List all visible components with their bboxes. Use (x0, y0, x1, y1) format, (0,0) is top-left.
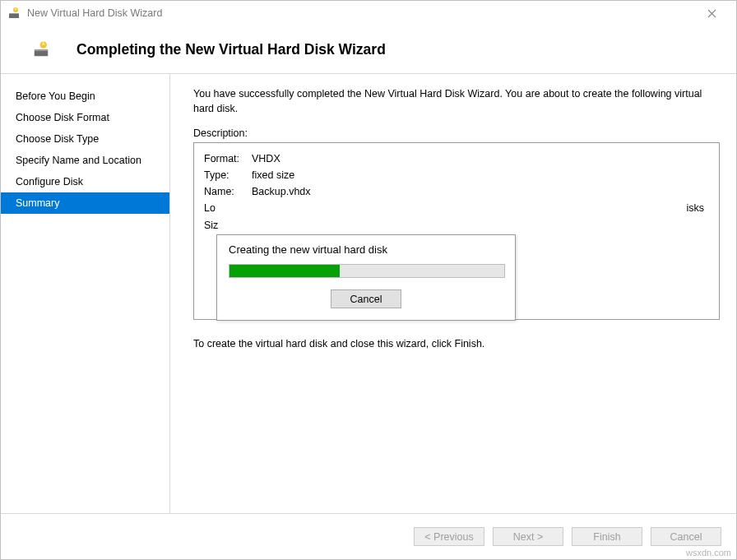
sidebar-step-summary[interactable]: Summary (1, 192, 169, 214)
steps-sidebar: Before You Begin Choose Disk Format Choo… (1, 74, 170, 513)
progress-bar (229, 264, 505, 278)
wizard-window: New Virtual Hard Disk Wizard Completing … (0, 0, 737, 560)
progress-dialog-title: Creating the new virtual hard disk (229, 243, 503, 256)
format-label: Format: (204, 151, 252, 166)
intro-text: You have successfully completed the New … (193, 87, 720, 116)
row-name: Name: Backup.vhdx (204, 184, 709, 199)
progress-fill (229, 265, 340, 277)
row-size: Siz (204, 218, 709, 233)
finish-button: Finish (572, 527, 642, 546)
close-icon[interactable] (693, 1, 730, 25)
name-value: Backup.vhdx (252, 184, 709, 199)
size-label-cut: Siz (204, 218, 219, 233)
row-type: Type: fixed size (204, 168, 709, 183)
progress-dialog: Creating the new virtual hard disk Cance… (216, 234, 516, 321)
row-location: Lo isks (204, 201, 709, 215)
window-title: New Virtual Hard Disk Wizard (27, 7, 693, 19)
next-button: Next > (493, 527, 563, 546)
svg-rect-3 (35, 50, 49, 56)
row-format: Format: VHDX (204, 151, 709, 166)
finish-note: To create the virtual hard disk and clos… (193, 338, 720, 349)
disk-wizard-icon (32, 40, 50, 58)
name-label: Name: (204, 184, 252, 199)
footer: < Previous Next > Finish Cancel (1, 513, 736, 559)
sidebar-step-specify-name-location[interactable]: Specify Name and Location (1, 150, 169, 171)
location-value-suffix: isks (219, 201, 709, 215)
sidebar-step-choose-disk-format[interactable]: Choose Disk Format (1, 107, 169, 128)
type-label: Type: (204, 168, 252, 183)
format-value: VHDX (252, 151, 709, 166)
svg-rect-4 (35, 49, 49, 50)
location-label-cut: Lo (204, 201, 219, 215)
header: Completing the New Virtual Hard Disk Wiz… (1, 25, 736, 73)
previous-button: < Previous (414, 527, 484, 546)
description-label: Description: (193, 127, 720, 139)
svg-rect-0 (9, 14, 19, 18)
titlebar: New Virtual Hard Disk Wizard (1, 1, 736, 25)
page-title: Completing the New Virtual Hard Disk Wiz… (76, 41, 386, 58)
disk-wizard-icon (7, 7, 21, 20)
progress-cancel-button[interactable]: Cancel (331, 289, 401, 308)
svg-rect-1 (9, 13, 19, 14)
type-value: fixed size (252, 168, 709, 183)
sidebar-step-configure-disk[interactable]: Configure Disk (1, 171, 169, 192)
sidebar-step-choose-disk-type[interactable]: Choose Disk Type (1, 128, 169, 150)
sidebar-step-before-you-begin[interactable]: Before You Begin (1, 86, 169, 107)
cancel-button: Cancel (651, 527, 721, 546)
